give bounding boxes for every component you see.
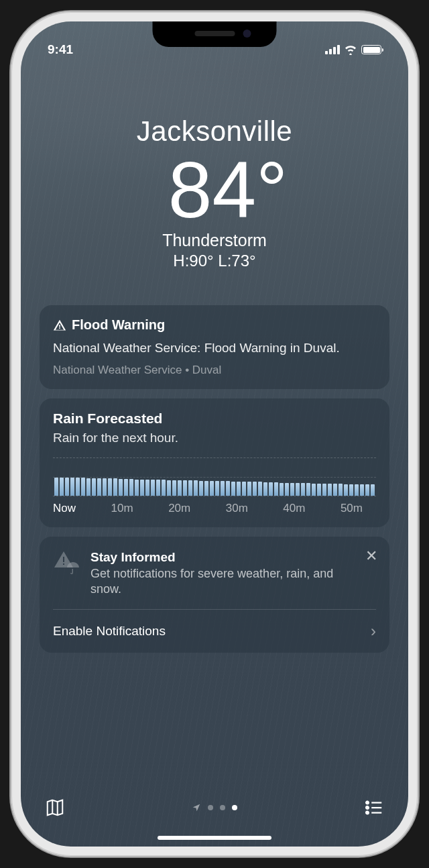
warning-icon: [53, 319, 66, 332]
chevron-right-icon: ›: [371, 622, 376, 641]
alert-title-text: Flood Warning: [72, 317, 165, 333]
map-button[interactable]: [45, 798, 65, 818]
location-arrow-icon: [192, 803, 201, 812]
close-button[interactable]: ✕: [365, 549, 377, 563]
alert-umbrella-icon: [53, 550, 80, 598]
phone-frame: 9:41 Jacksonville 84° Thunderstorm H:90°…: [11, 11, 418, 857]
status-time: 9:41: [48, 42, 73, 57]
enable-notifications-button[interactable]: Enable Notifications ›: [40, 610, 389, 653]
rain-description: Rain for the next hour.: [53, 431, 376, 445]
svg-point-1: [366, 806, 369, 809]
alert-source: National Weather Service • Duval: [53, 364, 376, 377]
bottom-toolbar: [21, 788, 408, 828]
stay-informed-card: ✕ Stay Informed Get notifications for se…: [40, 537, 389, 653]
alert-description: National Weather Service: Flood Warning …: [53, 339, 376, 357]
main-content[interactable]: Jacksonville 84° Thunderstorm H:90° L:73…: [21, 68, 408, 847]
inform-top: Stay Informed Get notifications for seve…: [40, 537, 389, 610]
enable-notifications-label: Enable Notifications: [53, 624, 166, 639]
status-indicators: [325, 44, 381, 55]
cellular-icon: [325, 45, 340, 54]
inform-title: Stay Informed: [90, 550, 356, 565]
page-dot-active: [232, 805, 237, 810]
battery-icon: [361, 45, 381, 54]
location-name: Jacksonville: [40, 115, 389, 148]
inform-description: Get notifications for severe weather, ra…: [90, 566, 356, 598]
page-dot: [208, 805, 213, 810]
svg-point-2: [366, 812, 369, 814]
weather-condition: Thunderstorm: [40, 231, 389, 250]
wifi-icon: [344, 44, 357, 55]
rain-title: Rain Forecasted: [53, 411, 376, 427]
notch: [153, 21, 277, 47]
rain-time-labels: Now10m20m30m40m50m: [53, 502, 376, 515]
home-indicator[interactable]: [158, 836, 271, 840]
inform-text: Stay Informed Get notifications for seve…: [90, 550, 376, 598]
list-button[interactable]: [364, 798, 384, 818]
page-indicator[interactable]: [192, 803, 237, 812]
high-low: H:90° L:73°: [40, 252, 389, 270]
page-dot: [220, 805, 225, 810]
svg-point-0: [366, 802, 369, 804]
phone-screen: 9:41 Jacksonville 84° Thunderstorm H:90°…: [21, 21, 408, 847]
weather-alert-card[interactable]: Flood Warning National Weather Service: …: [40, 305, 389, 389]
rain-forecast-card[interactable]: Rain Forecasted Rain for the next hour. …: [40, 398, 389, 527]
alert-title-row: Flood Warning: [53, 317, 376, 333]
current-temperature: 84°: [40, 150, 389, 229]
rain-bars: [53, 458, 376, 496]
rain-chart: [53, 457, 376, 496]
